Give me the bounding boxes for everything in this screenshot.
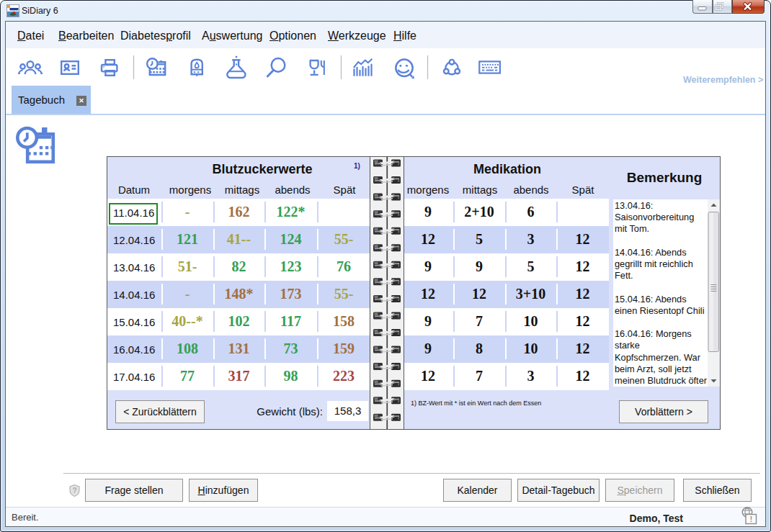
svg-text:!: ! <box>750 515 752 523</box>
svg-text:?: ? <box>72 487 76 495</box>
